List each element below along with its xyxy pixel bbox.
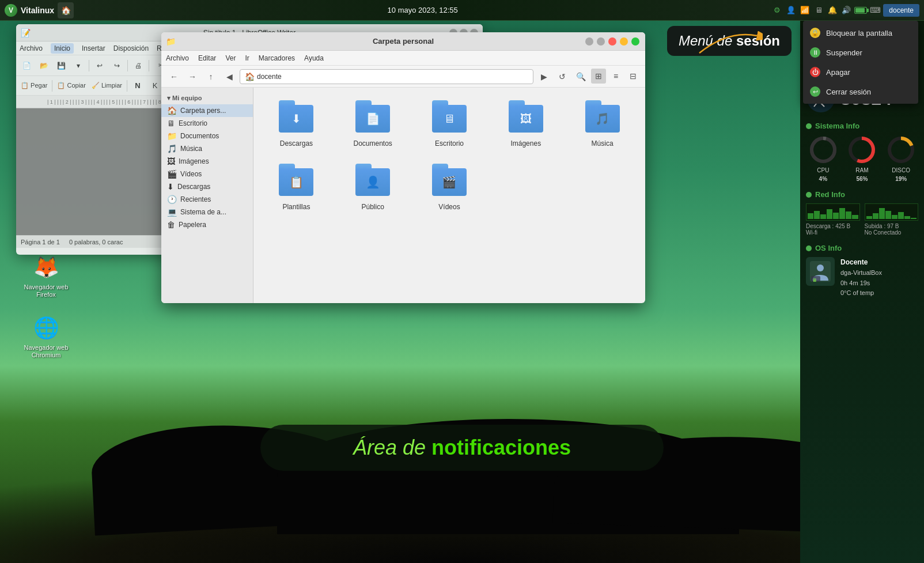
fm-sidebar-item-trash[interactable]: 🗑 Papelera (161, 218, 253, 231)
net-ubar-8 (911, 218, 917, 219)
sys-section-red: Red Info Descarga : 425 B Wi-fi (806, 190, 918, 236)
lo-fmt-bold-n[interactable]: N (130, 78, 146, 94)
fm-file-descargas[interactable]: ⬇ Descargas (263, 97, 330, 151)
location-home-icon: 🏠 (245, 72, 255, 81)
fm-file-documentos[interactable]: 📄 Documentos (339, 97, 407, 151)
session-menu-lock-label: Bloquear la pantalla (826, 29, 892, 37)
os-info-area: 🖥 Docente dga-VirtualBox 0h 4m 19s 0°C o… (806, 257, 918, 298)
fm-file-videos[interactable]: 🎬 Vídeos (416, 160, 483, 214)
sep3 (149, 60, 149, 71)
fm-sidebar-item-downloads[interactable]: ⬇ Descargas (161, 180, 253, 193)
sep2 (127, 60, 128, 71)
lo-tool-redo[interactable]: ↪ (109, 58, 125, 74)
fm-nav-next[interactable]: ▶ (536, 69, 552, 85)
fm-max-btn[interactable] (631, 37, 639, 46)
tray-icon-volume[interactable]: 🔊 (840, 5, 852, 16)
lo-fmt-limpiar[interactable]: 🧹 Limpiar (89, 78, 124, 94)
fm-nav-forward[interactable]: → (184, 69, 200, 85)
session-menu-logout-label: Cerrar sesión (826, 88, 871, 96)
sidebar-music-icon: 🎵 (167, 144, 177, 153)
fm-file-escritorio[interactable]: 🖥 Escritorio (416, 97, 483, 151)
fm-menu-ver[interactable]: Ver (225, 54, 236, 62)
lo-menu-inicio[interactable]: Inicio (51, 43, 74, 54)
gauge-cpu-circle (808, 135, 838, 165)
gauge-ram: RAM 56% (847, 135, 877, 182)
tray-icon-person[interactable]: 👤 (785, 5, 797, 16)
fm-sidebar-label-videos: Vídeos (180, 170, 202, 178)
logout-icon: ↩ (810, 86, 820, 97)
fm-location-bar[interactable]: 🏠 docente (240, 69, 533, 84)
lo-fmt-bold-k[interactable]: K (147, 78, 163, 94)
fm-win-btn-2[interactable] (597, 37, 605, 46)
fm-close-btn[interactable] (608, 37, 616, 46)
fm-nav-prev[interactable]: ◀ (221, 69, 237, 85)
fm-view-compact-btn[interactable]: ⊟ (626, 69, 641, 84)
lo-tool-save[interactable]: 💾 (53, 58, 69, 74)
net-download-label: Descarga : 425 B (806, 223, 860, 229)
fm-sidebar-item-videos[interactable]: 🎬 Vídeos (161, 168, 253, 180)
fm-menu-marcadores[interactable]: Marcadores (259, 54, 295, 62)
lo-menu-disposicion[interactable]: Disposición (113, 44, 149, 52)
net-bar-8 (852, 215, 858, 219)
lo-menu-insertar[interactable]: Insertar (82, 44, 105, 52)
lo-tool-save-btn[interactable]: ▾ (70, 58, 86, 74)
session-menu-suspend[interactable]: ⏸ Suspender (803, 43, 918, 62)
fm-file-musica[interactable]: 🎵 Música (569, 97, 636, 151)
lo-tool-print[interactable]: 🖨 (130, 58, 146, 74)
fm-menu-ayuda[interactable]: Ayuda (304, 54, 324, 62)
tray-icon-bell[interactable]: 🔔 (827, 5, 838, 16)
fm-view-list-btn[interactable]: ≡ (608, 69, 623, 84)
taskbar-user-button[interactable]: docente (883, 4, 919, 17)
lo-tool-open[interactable]: 📂 (36, 58, 52, 74)
session-menu-logout[interactable]: ↩ Cerrar sesión (803, 82, 918, 101)
sep5 (127, 80, 127, 92)
fm-file-plantillas[interactable]: 📋 Plantillas (263, 160, 330, 214)
lo-tool-undo[interactable]: ↩ (92, 58, 108, 74)
fm-sidebar-item-documents[interactable]: 📁 Documentos (161, 130, 253, 142)
fm-menu-editar[interactable]: Editar (198, 54, 216, 62)
lo-menu-archivo[interactable]: Archivo (20, 44, 43, 52)
fm-nav-up[interactable]: ↑ (203, 69, 219, 85)
lo-tool-new[interactable]: 📄 (18, 58, 35, 74)
desktop-icon-chromium[interactable]: 🌐 Navegador webChromium (23, 314, 69, 359)
net-ubar-6 (898, 212, 904, 219)
fm-location-text: docente (257, 73, 282, 81)
fm-search-btn[interactable]: 🔍 (573, 69, 589, 85)
lo-fmt-copy[interactable]: 📋 Copiar (55, 78, 88, 94)
lock-icon: 🔒 (810, 28, 820, 38)
fm-file-publico[interactable]: 👤 Público (339, 160, 407, 214)
taskbar-logo[interactable]: V Vitalinux (5, 4, 54, 17)
session-menu-suspend-label: Suspender (826, 48, 862, 57)
session-menu-lock[interactable]: 🔒 Bloquear la pantalla (803, 23, 918, 43)
tray-icon-network[interactable]: 📶 (799, 5, 811, 16)
gauge-disco: DISCO 19% (886, 135, 916, 182)
desktop-icon-firefox[interactable]: 🦊 Navegador webFirefox (23, 254, 69, 298)
fm-sidebar-item-desktop[interactable]: 🖥 Escritorio (161, 117, 253, 130)
tray-icon-display[interactable]: 🖥 (813, 5, 824, 16)
lo-fmt-paste[interactable]: 📋 Pegar (18, 78, 50, 94)
session-menu-poweroff[interactable]: ⏻ Apagar (803, 62, 918, 82)
fm-view-grid-btn[interactable]: ⊞ (591, 69, 606, 84)
fm-win-btn-1[interactable] (585, 37, 593, 46)
os-details: Docente dga-VirtualBox 0h 4m 19s 0°C of … (840, 257, 882, 298)
sidebar-system-icon: 💻 (167, 207, 177, 217)
fm-sidebar-section-mypc: ▾ Mi equipo (161, 92, 253, 104)
notification-banner: Área de notificaciones (260, 425, 664, 471)
sidebar-trash-icon: 🗑 (167, 220, 175, 229)
fm-sidebar-item-music[interactable]: 🎵 Música (161, 142, 253, 155)
arrow-annotation (694, 24, 763, 59)
taskbar-home-button[interactable]: 🏠 (58, 2, 74, 18)
tray-icon-keyboard[interactable]: ⌨ (869, 5, 881, 16)
fm-reload-btn[interactable]: ↺ (554, 69, 570, 85)
fm-sidebar-item-home[interactable]: 🏠 Carpeta pers... (161, 104, 253, 117)
fm-sidebar-item-system[interactable]: 💻 Sistema de a... (161, 206, 253, 218)
fm-file-imagenes[interactable]: 🖼 Imágenes (492, 97, 559, 151)
fm-sidebar-item-images[interactable]: 🖼 Imágenes (161, 155, 253, 168)
fm-sidebar-item-recent[interactable]: 🕐 Recientes (161, 193, 253, 206)
fm-menu-ir[interactable]: Ir (245, 54, 249, 62)
tray-icon-settings[interactable]: ⚙ (771, 5, 783, 16)
fm-min-btn[interactable] (620, 37, 628, 46)
fm-menu-archivo[interactable]: Archivo (166, 54, 189, 62)
fm-nav-back[interactable]: ← (166, 69, 182, 85)
disco-label: DISCO (892, 167, 910, 173)
